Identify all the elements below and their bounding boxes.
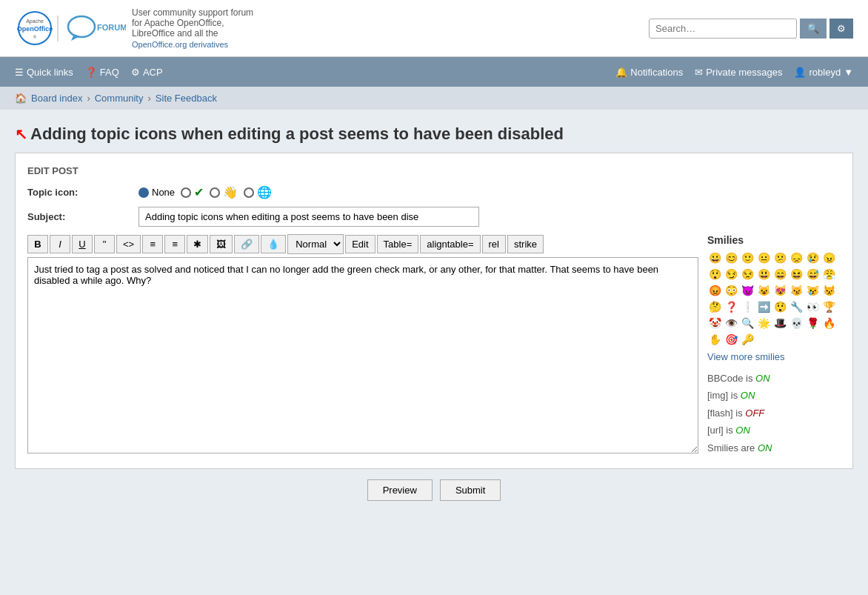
smiley-item[interactable]: 😲 xyxy=(707,267,722,282)
rel-button[interactable]: rel xyxy=(482,235,506,253)
smiley-item[interactable]: 🌹 xyxy=(805,316,820,330)
smiley-item[interactable]: 😈 xyxy=(740,283,755,298)
smiley-item[interactable]: 🔥 xyxy=(821,316,836,330)
submit-button[interactable]: Submit xyxy=(440,479,501,501)
italic-button[interactable]: I xyxy=(50,235,70,253)
smiley-item[interactable]: 🔍 xyxy=(740,316,755,330)
home-icon: 🏠 xyxy=(15,93,27,104)
smiley-item[interactable]: ➡️ xyxy=(756,299,771,314)
envelope-icon: ✉ xyxy=(695,67,703,78)
edit-button[interactable]: Edit xyxy=(345,235,375,253)
icon-check-radio[interactable] xyxy=(181,187,191,198)
smiley-item[interactable]: 😄 xyxy=(772,267,787,282)
underline-button[interactable]: U xyxy=(72,235,93,253)
breadcrumb-site-feedback[interactable]: Site Feedback xyxy=(156,93,217,104)
smiley-item[interactable]: 😞 xyxy=(789,250,804,265)
quick-links-menu[interactable]: ☰ Quick links xyxy=(15,67,73,78)
smiley-item[interactable]: 🔧 xyxy=(789,299,804,314)
icon-check-option[interactable]: ✔ xyxy=(181,185,204,199)
search-input[interactable] xyxy=(649,19,797,39)
notifications-link[interactable]: 🔔 Notifications xyxy=(615,67,683,78)
private-messages-link[interactable]: ✉ Private messages xyxy=(695,67,782,78)
smiley-item[interactable]: 😻 xyxy=(772,283,787,298)
list-ordered-button[interactable]: ≡ xyxy=(142,235,163,253)
subtagline[interactable]: OpenOffice.org derivatives xyxy=(132,40,253,49)
preview-button[interactable]: Preview xyxy=(367,479,433,501)
bold-button[interactable]: B xyxy=(27,235,48,253)
smiley-item[interactable]: 😀 xyxy=(707,250,722,265)
icon-hand-option[interactable]: 👋 xyxy=(210,185,238,199)
smiley-item[interactable]: 😐 xyxy=(756,250,771,265)
icon-none-radio[interactable] xyxy=(138,187,149,198)
smiley-item[interactable]: 😺 xyxy=(756,283,771,298)
aligntable-button[interactable]: aligntable= xyxy=(420,235,480,253)
smiley-item[interactable]: ✋ xyxy=(707,332,722,347)
post-textarea[interactable] xyxy=(27,257,698,453)
smiley-item[interactable]: 🤡 xyxy=(707,316,722,330)
smiley-item[interactable]: 🎯 xyxy=(724,332,738,347)
strike-button[interactable]: strike xyxy=(507,235,544,253)
smiley-item[interactable]: 😼 xyxy=(789,283,804,298)
url-button[interactable]: 🔗 xyxy=(234,235,259,253)
smiley-item[interactable]: 😳 xyxy=(724,283,738,298)
smiley-item[interactable]: 👀 xyxy=(805,299,820,314)
smiley-item[interactable]: 😕 xyxy=(772,250,787,265)
user-menu[interactable]: 👤 robleyd ▼ xyxy=(794,67,853,78)
smiley-item[interactable]: 🔑 xyxy=(740,332,755,347)
smiley-item[interactable]: ❓ xyxy=(724,299,738,314)
breadcrumb-board-index[interactable]: Board index xyxy=(31,93,82,104)
smiley-item[interactable]: 🎩 xyxy=(772,316,787,330)
quote-button[interactable]: " xyxy=(94,235,115,253)
faq-link[interactable]: ❓ FAQ xyxy=(85,67,119,78)
code-button[interactable]: <> xyxy=(116,235,141,253)
advanced-search-button[interactable]: ⚙ xyxy=(829,19,853,39)
color-button[interactable]: 💧 xyxy=(261,235,286,253)
smiley-item[interactable]: 😏 xyxy=(724,267,738,282)
flash-status: [flash] is OFF xyxy=(707,405,841,422)
smiley-item[interactable]: 😊 xyxy=(724,250,738,265)
smiley-item[interactable]: 😠 xyxy=(821,250,836,265)
breadcrumb-community[interactable]: Community xyxy=(95,93,144,104)
icon-star-radio[interactable] xyxy=(244,187,254,198)
smilies-grid: 😀😊🙂😐😕😞😢😠😲😏😒😃😄😆😅😤😡😳😈😺😻😼😿😾🤔❓❕➡️😲🔧👀🏆🤡👁️🔍🌟🎩💀… xyxy=(707,250,841,347)
view-more-smilies-link[interactable]: View more smilies xyxy=(707,351,785,362)
subject-input[interactable] xyxy=(138,207,479,227)
acp-link[interactable]: ⚙ ACP xyxy=(131,67,163,78)
icon-hand-radio[interactable] xyxy=(210,187,220,198)
smiley-item[interactable]: 🙂 xyxy=(740,250,755,265)
bbcode-info: BBCode is ON [img] is ON [flash] is OFF … xyxy=(707,370,841,456)
smiley-item[interactable]: 😃 xyxy=(756,267,771,282)
smiley-item[interactable]: 🏆 xyxy=(821,299,836,314)
search-button[interactable]: 🔍 xyxy=(800,19,827,39)
smiley-item[interactable]: 😲 xyxy=(772,299,787,314)
special-button[interactable]: ✱ xyxy=(187,235,208,253)
icon-star-option[interactable]: 🌐 xyxy=(244,185,272,199)
submit-area: Preview Submit xyxy=(15,479,853,501)
smiley-item[interactable]: 😢 xyxy=(805,250,820,265)
table-button[interactable]: Table= xyxy=(377,235,419,253)
smiley-item[interactable]: 😡 xyxy=(707,283,722,298)
smiley-item[interactable]: 🤔 xyxy=(707,299,722,314)
smiley-item[interactable]: 😆 xyxy=(789,267,804,282)
list-unordered-button[interactable]: ≡ xyxy=(164,235,185,253)
smiley-item[interactable]: 😅 xyxy=(805,267,820,282)
topic-icon-row: Topic icon: None ✔ 👋 🌐 xyxy=(27,185,841,199)
post-title: ↖Adding topic icons when editing a post … xyxy=(15,124,853,144)
svg-text:Apache: Apache xyxy=(26,19,44,24)
smiley-item[interactable]: 🌟 xyxy=(756,316,771,330)
icon-none-option[interactable]: None xyxy=(138,187,175,198)
smiley-item[interactable]: 😤 xyxy=(821,267,836,282)
image-button[interactable]: 🖼 xyxy=(210,235,233,253)
smiley-item[interactable]: 💀 xyxy=(789,316,804,330)
smiley-item[interactable]: 😾 xyxy=(821,283,836,298)
smiley-item[interactable]: 😿 xyxy=(805,283,820,298)
navbar: ☰ Quick links ❓ FAQ ⚙ ACP 🔔 Notification… xyxy=(0,57,868,87)
icon-check-emoji: ✔ xyxy=(194,185,204,199)
smilies-status: Smilies are ON xyxy=(707,439,841,456)
bell-icon: 🔔 xyxy=(615,67,627,78)
font-size-select[interactable]: Normal Small Large xyxy=(287,234,344,254)
subject-row: Subject: xyxy=(27,207,841,227)
smiley-item[interactable]: 👁️ xyxy=(724,316,738,330)
smiley-item[interactable]: 😒 xyxy=(740,267,755,282)
smiley-item[interactable]: ❕ xyxy=(740,299,755,314)
